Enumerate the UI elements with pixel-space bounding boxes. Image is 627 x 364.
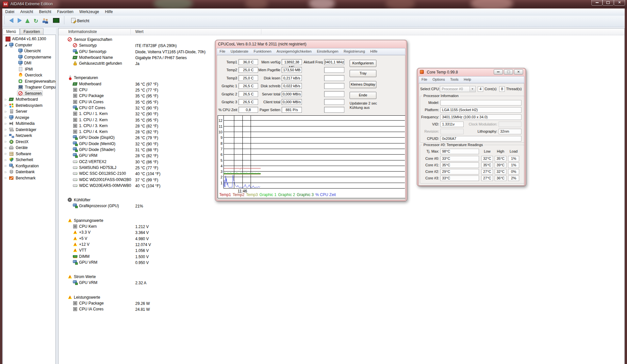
aida64-titlebar[interactable]: 64 AIDA64 Extreme Edition ✕ [0, 0, 627, 9]
tree-item[interactable]: IPMI [3, 66, 56, 73]
tree-item[interactable]: Overclock [3, 72, 56, 78]
tree-item[interactable]: ▷Software [3, 151, 56, 157]
tree-item[interactable]: ▷Server [3, 108, 56, 115]
menu-item-werkzeuge[interactable]: Werkzeuge [76, 8, 102, 14]
tree-item[interactable]: ▷Datenträger [3, 127, 56, 133]
menu-item-ansicht[interactable]: Ansicht [17, 8, 36, 14]
tree-expander-collapsed-icon[interactable]: ▷ [4, 146, 8, 149]
tree-item[interactable]: ▷Netzwerk [3, 133, 56, 139]
back-button[interactable] [9, 18, 13, 24]
tree-expander-collapsed-icon[interactable]: ▷ [4, 164, 8, 167]
tree-item[interactable]: AIDA64 v1.60.1300 [3, 36, 56, 42]
tree-item[interactable]: ▷Motherboard [3, 96, 56, 103]
tree-expander-collapsed-icon[interactable]: ▷ [4, 140, 8, 143]
coretemp-menu-help[interactable]: Help [461, 76, 474, 81]
column-divider[interactable] [261, 29, 261, 34]
tree-expander-collapsed-icon[interactable]: ▷ [4, 134, 8, 137]
panel-splitter[interactable] [56, 28, 58, 364]
tree-item[interactable]: ▷Anzeige [3, 115, 56, 121]
minimize-button[interactable] [591, 0, 602, 6]
sensor-panel-button[interactable] [53, 18, 59, 24]
tree-item[interactable]: DMI [3, 60, 56, 66]
menu-item-favoriten[interactable]: Favoriten [54, 8, 76, 14]
cpucool-titlebar[interactable]: CPUCooL Vers 8.0.12 Mar 6 2011 (nicht re… [217, 40, 405, 48]
tree-expander-collapsed-icon[interactable]: ▷ [4, 176, 8, 179]
tree-expander-collapsed-icon[interactable]: ▷ [4, 116, 8, 119]
tree-expander-collapsed-icon[interactable]: ▷ [4, 158, 8, 161]
info-row[interactable]: CPU Kern1.212 V [58, 224, 624, 230]
info-field-label: Model: [420, 101, 439, 105]
tree-item[interactable]: ▷Konfiguration [3, 163, 56, 169]
info-row[interactable]: Grafikprozessor (GPU)21% [58, 203, 624, 209]
info-extra-label: Lithography: [465, 129, 497, 133]
info-row[interactable]: DIMM1.500 V [58, 254, 624, 260]
info-section-row[interactable]: Leistungswerte [58, 295, 624, 301]
menu-item-datei[interactable]: Datei [2, 8, 17, 14]
report-button[interactable]: Bericht [69, 17, 92, 25]
tree-item[interactable]: Computername [3, 54, 56, 60]
info-row[interactable]: CPU IA Cores24.81 W [58, 306, 624, 312]
menu-item-bericht[interactable]: Bericht [36, 8, 54, 14]
info-section-row[interactable]: Strom Werte [58, 274, 624, 280]
cpucool-menu-1[interactable]: Updaterate [228, 48, 251, 53]
tree-expander-collapsed-icon[interactable]: ▷ [4, 104, 8, 107]
cpucool-menu-6[interactable]: Hilfe [368, 48, 380, 53]
cpucool-menu-3[interactable]: Anzeigemöglichkeiten [274, 48, 314, 53]
info-section-row[interactable]: Spannungswerte [58, 218, 624, 224]
up-button[interactable] [25, 18, 29, 24]
info-row[interactable]: +12 V12.074 V [58, 242, 624, 248]
tree-item[interactable]: Sensoren [3, 91, 56, 97]
tree-expander-expanded-icon[interactable]: ◢ [4, 43, 8, 47]
maximize-button[interactable] [602, 0, 614, 6]
refresh-button[interactable]: ↻ [34, 18, 38, 24]
column-header-informationsliste[interactable]: Informationsliste [68, 29, 97, 34]
tree-expander-collapsed-icon[interactable]: ▷ [4, 152, 8, 155]
coretemp-titlebar[interactable]: Core Temp 0.99.8 ✕ [419, 68, 524, 76]
minimize-button[interactable] [494, 69, 503, 74]
cpucool-menu-4[interactable]: Einstellungen [314, 48, 341, 53]
cpu-select-dropdown[interactable]: Processor #0▼ [440, 86, 476, 92]
tree-item[interactable]: ▷DirectX [3, 139, 56, 145]
tree-item[interactable]: Energieverwaltung [3, 78, 56, 85]
close-button[interactable]: ✕ [614, 0, 625, 6]
users-button[interactable] [42, 18, 49, 24]
tree-expander-collapsed-icon[interactable]: ▷ [4, 98, 8, 101]
tree-expander-collapsed-icon[interactable]: ▷ [4, 171, 8, 174]
tree-expander-collapsed-icon[interactable]: ▷ [4, 122, 8, 125]
tree-item[interactable]: Tragbarer Computer [3, 84, 56, 91]
maximize-button[interactable] [504, 69, 513, 74]
tab-favoriten[interactable]: Favoriten [20, 28, 43, 35]
cpucool-menu-2[interactable]: Funktionen [251, 48, 274, 53]
tree-item[interactable]: ◢Computer [3, 42, 56, 48]
tree-item[interactable]: ▷Sicherheit [3, 157, 56, 163]
coretemp-menu-file[interactable]: File [419, 76, 430, 81]
coretemp-menu-options[interactable]: Options [430, 76, 448, 81]
column-header-wert[interactable]: Wert [135, 29, 143, 34]
info-row[interactable]: +5 V4.980 V [58, 236, 624, 242]
column-divider[interactable] [130, 29, 131, 34]
tree-item[interactable]: ▷Datenbank [3, 169, 56, 175]
tree-item[interactable]: ▷Geräte [3, 145, 56, 151]
close-button[interactable]: ✕ [514, 69, 523, 74]
info-row[interactable]: CPU Package29.26 W [58, 301, 624, 306]
info-row[interactable]: VTT1.056 V [58, 248, 624, 254]
tree-item[interactable]: ▷Benchmark [3, 175, 56, 181]
cpucool-button-kleines-display[interactable]: Kleines Display [350, 81, 376, 88]
menu-item-hilfe[interactable]: Hilfe [102, 8, 116, 14]
tab-menü[interactable]: Menü [3, 28, 20, 35]
tree-item[interactable]: ▷Multimedia [3, 121, 56, 127]
cpucool-menu-file[interactable]: File [217, 48, 228, 53]
cpucool-menu-5[interactable]: Registrierung [341, 48, 368, 53]
info-row[interactable]: +3.3 V3.364 V [58, 230, 624, 236]
info-row[interactable]: GPU VRM0.950 V [58, 260, 624, 266]
cpucool-button-konfigurieren[interactable]: Konfigurieren [350, 60, 376, 67]
info-row[interactable]: GPU VRM2.32 A [58, 280, 624, 286]
coretemp-menu-tools[interactable]: Tools [448, 76, 461, 81]
tree-item[interactable]: ▷Betriebssystem [3, 103, 56, 109]
tree-expander-collapsed-icon[interactable]: ▷ [4, 128, 8, 131]
tree-expander-collapsed-icon[interactable]: ▷ [4, 110, 8, 113]
cpucool-button-tray[interactable]: Tray [350, 70, 376, 77]
tree-item[interactable]: Übersicht [3, 48, 56, 54]
cpucool-button-ende[interactable]: Ende [350, 92, 376, 99]
forward-button[interactable] [18, 18, 22, 24]
